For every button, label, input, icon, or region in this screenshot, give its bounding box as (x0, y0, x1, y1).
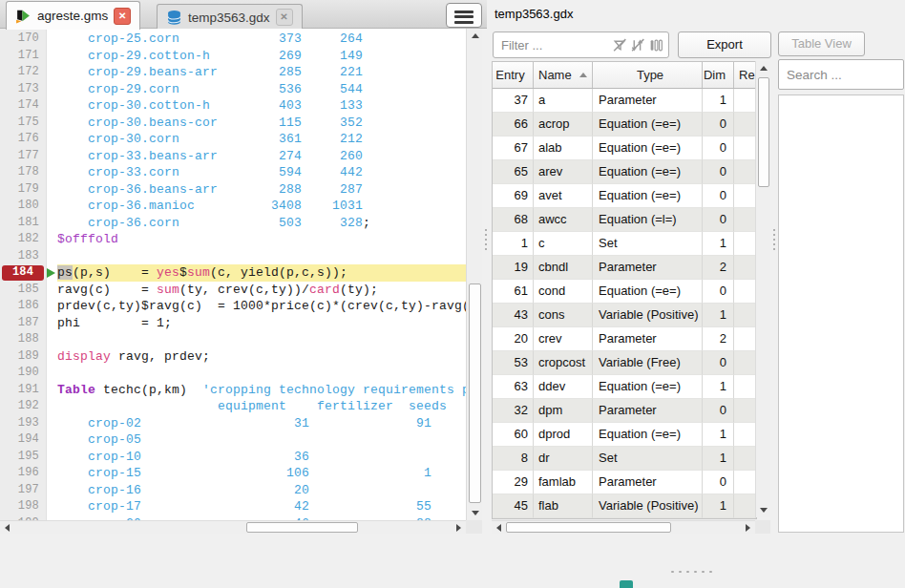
symbol-cell-type[interactable]: Set (593, 232, 703, 256)
symbol-cell-dim[interactable]: 2 (703, 327, 734, 351)
scroll-up-arrow[interactable] (468, 29, 482, 43)
symbol-cell-type[interactable]: Equation (=l=) (593, 208, 703, 232)
code-line[interactable]: 170 crop-25.corn 373 264 (0, 31, 466, 48)
symbol-cell-type[interactable]: Equation (=e=) (593, 423, 703, 447)
symbol-row[interactable]: 53cropcostVariable (Free)0 (493, 351, 756, 375)
symbol-cell-dim[interactable]: 1 (703, 304, 734, 327)
scroll-right-arrow[interactable] (741, 520, 755, 535)
symbol-cell-type[interactable]: Equation (=e=) (593, 184, 703, 208)
scroll-left-arrow[interactable] (0, 520, 14, 535)
scroll-up-arrow[interactable] (756, 61, 770, 75)
symbol-row[interactable]: 29famlabParameter0 (493, 471, 756, 494)
symbol-cell-rec[interactable] (734, 113, 756, 136)
symbol-cell-dim[interactable]: 1 (703, 89, 734, 113)
symbol-cell-dim[interactable]: 0 (703, 113, 734, 136)
symbol-cell-dim[interactable]: 1 (703, 375, 734, 399)
symbol-cell-type[interactable]: Equation (=e=) (593, 375, 703, 399)
column-header-dim[interactable]: Dim (703, 62, 734, 88)
symbol-row[interactable]: 8drSet1 (493, 447, 756, 471)
symbol-cell-type[interactable]: Equation (=e=) (593, 280, 703, 304)
column-header-records[interactable]: Re (734, 62, 756, 88)
code-line[interactable]: 187phi = 1; (0, 315, 466, 332)
symbol-cell-rec[interactable] (734, 471, 756, 494)
code-line[interactable]: 188 (0, 331, 466, 348)
symbol-cell-type[interactable]: Parameter (593, 327, 703, 351)
symbol-cell-rec[interactable] (734, 375, 756, 399)
editor-hscroll-thumb[interactable] (246, 522, 358, 533)
line-number[interactable]: 198 (0, 498, 46, 515)
clear-sort-icon[interactable] (630, 37, 646, 53)
code-line[interactable]: 186prdev(c,ty)$ravg(c) = 1000*price(c)*(… (0, 298, 466, 315)
symbol-cell-type[interactable]: Equation (=e=) (593, 113, 703, 136)
symbol-cell-name[interactable]: dr (534, 447, 593, 471)
symbol-cell-name[interactable]: avet (534, 184, 593, 208)
symbol-cell-dim[interactable]: 0 (703, 399, 734, 423)
table-hscroll-thumb[interactable] (506, 522, 671, 533)
code-line[interactable]: 181 crop-36.corn 503 328; (0, 215, 466, 232)
symbol-cell-entry[interactable]: 66 (493, 113, 534, 136)
symbol-cell-rec[interactable] (734, 232, 756, 256)
symbol-cell-entry[interactable]: 65 (493, 160, 534, 184)
code-line[interactable]: 184ps(p,s) = yes$sum(c, yield(p,c,s)); (0, 264, 466, 282)
symbol-cell-dim[interactable]: 2 (703, 256, 734, 280)
symbol-cell-dim[interactable]: 0 (703, 184, 734, 208)
line-number[interactable]: 176 (0, 131, 46, 148)
line-number[interactable]: 185 (0, 282, 46, 299)
code-line[interactable]: 191Table techc(p,km) 'cropping technolog… (0, 382, 466, 399)
symbol-row[interactable]: 63ddevEquation (=e=)1 (493, 375, 756, 399)
symbol-cell-dim[interactable]: 0 (703, 208, 734, 232)
table-view-button[interactable]: Table View (778, 32, 865, 56)
editor-horizontal-scrollbar[interactable] (0, 520, 466, 534)
code-line[interactable]: 175 crop-30.beans-cor 115 352 (0, 115, 466, 132)
line-number[interactable]: 195 (0, 449, 46, 466)
symbol-cell-dim[interactable]: 1 (703, 423, 734, 447)
symbol-cell-name[interactable]: arev (534, 160, 593, 184)
symbol-row[interactable]: 61condEquation (=e=)0 (493, 280, 756, 304)
line-number[interactable]: 188 (0, 331, 46, 348)
symbol-row[interactable]: 1cSet1 (493, 232, 756, 256)
symbol-cell-rec[interactable] (734, 327, 756, 351)
symbol-cell-entry[interactable]: 61 (493, 280, 534, 304)
symbol-cell-rec[interactable] (734, 447, 756, 471)
code-line[interactable]: 177 crop-33.beans-arr 274 260 (0, 148, 466, 165)
line-number[interactable]: 186 (0, 298, 46, 315)
symbol-row[interactable]: 45flabVariable (Positive)1 (493, 494, 756, 518)
symbol-cell-entry[interactable]: 8 (493, 447, 534, 471)
code-line[interactable]: 176 crop-30.corn 361 212 (0, 131, 466, 148)
symbol-cell-rec[interactable] (734, 423, 756, 447)
symbol-cell-dim[interactable]: 1 (703, 447, 734, 471)
line-number[interactable]: 177 (0, 148, 46, 165)
code-line[interactable]: 173 crop-29.corn 536 544 (0, 81, 466, 98)
column-header-entry[interactable]: Entry (493, 62, 534, 88)
code-line[interactable]: 192 equipment fertilizer seeds (0, 398, 466, 415)
bottom-panel-splitter[interactable] (671, 571, 712, 573)
code-line[interactable]: 179 crop-36.beans-arr 288 287 (0, 181, 466, 199)
symbol-cell-entry[interactable]: 63 (493, 375, 534, 399)
symbol-cell-name[interactable]: a (534, 89, 593, 113)
symbol-row[interactable]: 65arevEquation (=e=)0 (493, 160, 756, 184)
symbol-cell-name[interactable]: ddev (534, 375, 593, 399)
code-line[interactable]: 198 crop-17 42 55 (0, 498, 466, 515)
line-number[interactable]: 181 (0, 215, 46, 232)
code-line[interactable]: 196 crop-15 106 1 (0, 465, 466, 482)
code-line[interactable]: 185ravg(c) = sum(ty, crev(c,ty))/card(ty… (0, 282, 466, 299)
code-viewport[interactable]: 170 crop-25.corn 373 264171 crop-29.cott… (0, 29, 466, 520)
line-number[interactable]: 194 (0, 431, 46, 449)
line-number[interactable]: 183 (0, 248, 46, 265)
code-line[interactable]: 178 crop-33.corn 594 442 (0, 164, 466, 181)
scroll-down-arrow[interactable] (468, 506, 482, 520)
code-line[interactable]: 182$offfold (0, 231, 466, 248)
line-number[interactable]: 196 (0, 465, 46, 482)
symbol-cell-entry[interactable]: 53 (493, 351, 534, 375)
symbol-cell-type[interactable]: Parameter (593, 256, 703, 280)
table-vscroll-thumb[interactable] (758, 77, 769, 187)
symbol-cell-type[interactable]: Equation (=e=) (593, 160, 703, 184)
symbol-cell-entry[interactable]: 60 (493, 423, 534, 447)
symbol-cell-rec[interactable] (734, 399, 756, 423)
line-number[interactable]: 179 (0, 181, 46, 199)
symbol-cell-entry[interactable]: 67 (493, 136, 534, 160)
symbol-row[interactable]: 68awccEquation (=l=)0 (493, 208, 756, 232)
symbol-row[interactable]: 19cbndlParameter2 (493, 256, 756, 280)
line-number[interactable]: 175 (0, 115, 46, 132)
code-line[interactable]: 189display ravg, prdev; (0, 348, 466, 366)
